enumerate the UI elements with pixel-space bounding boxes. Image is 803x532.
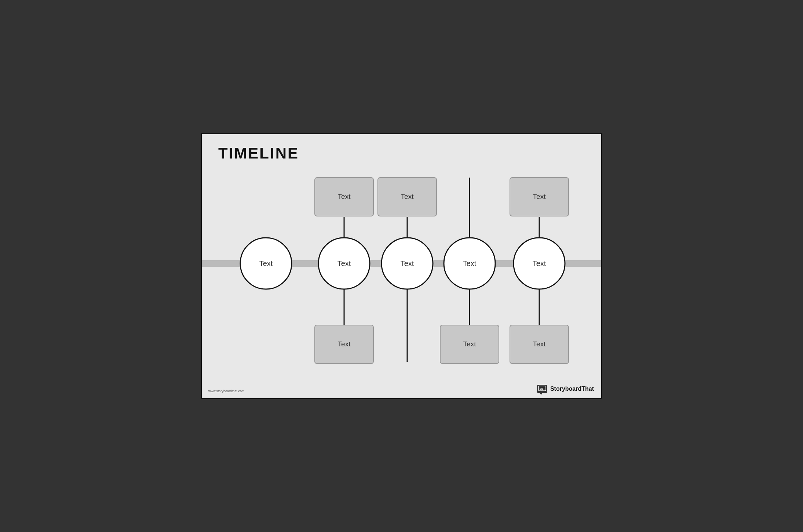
top-box-label-3: Text <box>401 193 414 200</box>
top-box-label-2: Text <box>338 193 351 200</box>
brand-name-regular: Storyboard <box>550 386 581 392</box>
brand-name: StoryboardThat <box>550 386 594 392</box>
watermark: www.storyboardthat.com <box>208 389 245 393</box>
brand-icon: SBT <box>537 385 547 393</box>
node-label-5: Text <box>533 259 546 267</box>
node-label-1: Text <box>259 259 273 267</box>
node-label-2: Text <box>337 259 351 267</box>
bottom-box-label-5: Text <box>533 340 546 348</box>
svg-text:SBT: SBT <box>540 387 545 390</box>
top-box-label-5: Text <box>533 193 546 200</box>
timeline-svg: Text Text Text Text Text Text Text Text <box>202 134 601 398</box>
brand: SBT StoryboardThat <box>537 385 594 393</box>
svg-marker-2 <box>541 391 544 392</box>
bottom-box-label-4: Text <box>463 340 477 348</box>
bottom-box-label-2: Text <box>338 340 351 348</box>
canvas: TIMELINE Text Text Text Text Text Text <box>201 133 602 399</box>
node-label-4: Text <box>463 259 477 267</box>
node-label-3: Text <box>401 259 414 267</box>
brand-name-bold: That <box>581 386 594 392</box>
